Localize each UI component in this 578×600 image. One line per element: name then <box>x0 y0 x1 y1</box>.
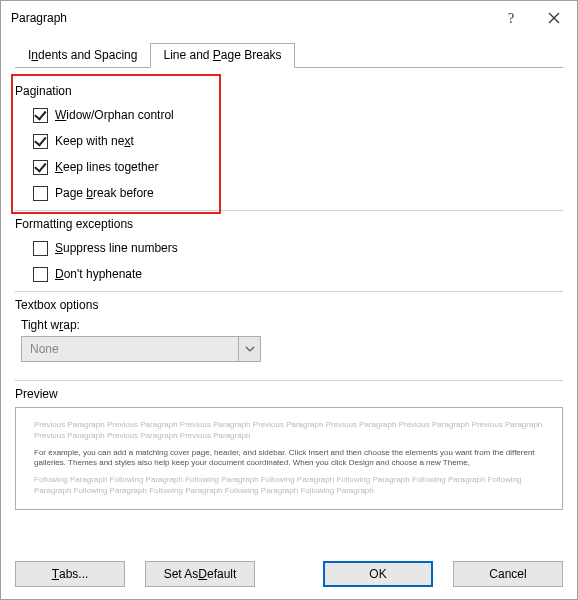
close-icon <box>548 12 560 24</box>
help-button[interactable]: ? <box>491 3 533 33</box>
button-row: Tabs... Set As Default OK Cancel <box>1 551 577 599</box>
divider-3 <box>15 380 563 381</box>
preview-next-text: Following Paragraph Following Paragraph … <box>34 475 544 497</box>
keep-lines-label: Keep lines together <box>55 160 158 174</box>
tabs-button[interactable]: Tabs... <box>15 561 125 587</box>
close-button[interactable] <box>533 3 575 33</box>
help-icon: ? <box>505 11 519 25</box>
formatting-label: Formatting exceptions <box>15 217 563 231</box>
suppress-row[interactable]: Suppress line numbers <box>33 237 563 259</box>
suppress-checkbox[interactable] <box>33 241 48 256</box>
preview-box: Previous Paragraph Previous Paragraph Pr… <box>15 407 563 510</box>
paragraph-dialog: Paragraph ? Indents and Spacing Line and… <box>0 0 578 600</box>
tab-content: Pagination Widow/Orphan control Keep wit… <box>15 68 563 541</box>
keep-lines-checkbox[interactable] <box>33 160 48 175</box>
keep-with-next-row[interactable]: Keep with next <box>33 130 563 152</box>
set-default-button[interactable]: Set As Default <box>145 561 255 587</box>
divider-2 <box>15 291 563 292</box>
tight-wrap-dropdown-button[interactable] <box>238 337 260 361</box>
preview-label: Preview <box>15 387 563 401</box>
preview-sample-text: For example, you can add a matching cove… <box>34 448 544 470</box>
dont-hyphenate-checkbox[interactable] <box>33 267 48 282</box>
keep-with-next-label: Keep with next <box>55 134 134 148</box>
ok-button[interactable]: OK <box>323 561 433 587</box>
divider-1 <box>15 210 563 211</box>
tight-wrap-select[interactable]: None <box>21 336 261 362</box>
preview-prev-text: Previous Paragraph Previous Paragraph Pr… <box>34 420 544 442</box>
page-break-row[interactable]: Page break before <box>33 182 563 204</box>
textbox-label: Textbox options <box>15 298 563 312</box>
widow-orphan-label: Widow/Orphan control <box>55 108 174 122</box>
window-title: Paragraph <box>11 11 491 25</box>
widow-orphan-checkbox[interactable] <box>33 108 48 123</box>
keep-lines-row[interactable]: Keep lines together <box>33 156 563 178</box>
tight-wrap-value: None <box>22 342 238 356</box>
widow-orphan-row[interactable]: Widow/Orphan control <box>33 104 563 126</box>
cancel-button[interactable]: Cancel <box>453 561 563 587</box>
keep-with-next-checkbox[interactable] <box>33 134 48 149</box>
tab-line-page-breaks[interactable]: Line and Page Breaks <box>150 43 294 68</box>
titlebar: Paragraph ? <box>1 1 577 35</box>
tab-indents-spacing[interactable]: Indents and Spacing <box>15 43 150 68</box>
svg-text:?: ? <box>508 11 514 25</box>
dont-hyphenate-label: Don't hyphenate <box>55 267 142 281</box>
pagination-label: Pagination <box>15 84 563 98</box>
page-break-checkbox[interactable] <box>33 186 48 201</box>
dont-hyphenate-row[interactable]: Don't hyphenate <box>33 263 563 285</box>
chevron-down-icon <box>245 346 255 352</box>
tab-strip: Indents and Spacing Line and Page Breaks <box>15 43 563 68</box>
page-break-label: Page break before <box>55 186 154 200</box>
tight-wrap-label: Tight wrap: <box>21 318 563 332</box>
suppress-label: Suppress line numbers <box>55 241 178 255</box>
